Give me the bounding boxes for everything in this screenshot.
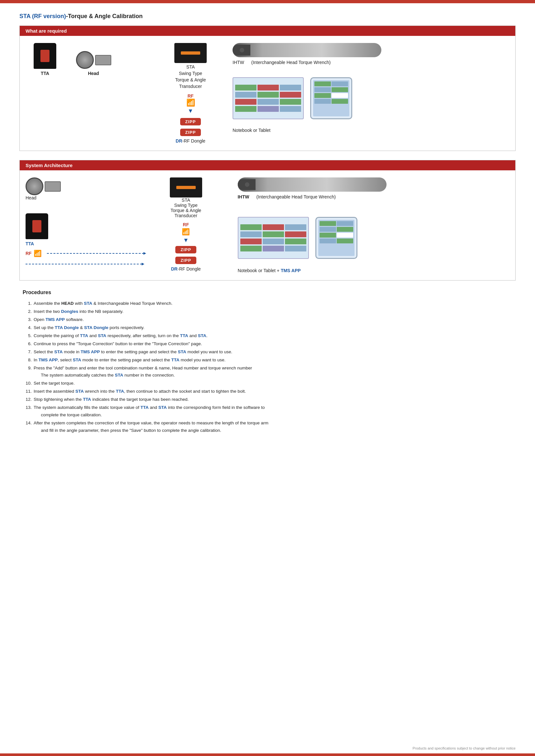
step-7-sta2: STA [178,349,186,354]
page-title: STA (RF version)-Torque & Angle Calibrat… [19,13,516,20]
tta-label: TTA [41,71,49,76]
what-required-title: What are required [26,28,67,34]
sa-ihtw-group: IHTW (Interchangeable Head Torque Wrench… [238,177,386,200]
sa-notebook-icon [238,217,309,259]
step-7-sta: STA [54,349,63,354]
step-6-num: 6. [23,340,32,348]
step-9-num: 9. [23,364,32,379]
title-suffix: Torque & Angle Calibration [68,13,143,19]
step-8-tta: TTA [171,358,180,362]
step-3: 3. Open TMS APP software. [23,316,512,324]
sa-head-rect [44,181,61,192]
dr-dongle-col-war: ZIPP ZIPP DR-RF Dongle [176,117,205,144]
step-11: 11. Insert the assembled STA wrench into… [23,388,512,395]
step-12: 12. Stop tightening when the TTA indicat… [23,396,512,403]
sta-label-war: STA [186,64,195,69]
step-8: 8. In TMS APP, select STA mode to enter … [23,357,512,364]
sa-body: Head TTA RF 📶 [20,170,515,280]
war-head-item: Head [74,51,113,76]
sa-tta-icon [26,213,48,239]
step-7-text: Select the STA mode in TMS APP to enter … [34,348,512,356]
step-2-dongles: Dongles [61,309,78,314]
sa-ihtw-label-row: IHTW (Interchangeable Head Torque Wrench… [238,194,386,200]
step-10-num: 10. [23,380,32,387]
step-2: 2. Insert the two Dongles into the NB se… [23,308,512,315]
procedure-list: 1. Assemble the HEAD with STA & Intercha… [23,300,512,434]
notebook-icon-war [233,77,304,119]
sa-right-col: IHTW (Interchangeable Head Torque Wrench… [238,177,509,273]
sa-tablet-icon [315,217,357,259]
sa-tta-inner [32,220,42,232]
step-1-text: Assemble the HEAD with STA & Interchange… [34,300,512,308]
step-5-num: 5. [23,332,32,340]
ihtw-bar-war [233,43,381,57]
step-11-tta: TTA [116,389,124,394]
sta-icon-box [174,43,207,63]
step-9: 9. Press the "Add" button and enter the … [23,364,512,379]
sa-tms-label: TMS APP [281,268,301,273]
step-12-tta: TTA [83,397,91,402]
step-13-text: The system automatically fills the stati… [34,404,512,419]
ihtw-dot [240,48,244,52]
sa-arrow-right: ► [143,251,147,256]
dr-suffix: -RF Dongle [182,138,205,144]
step-4-tta: TTA Dongle [55,325,79,330]
tablet-icon-war [310,77,352,119]
step-2-num: 2. [23,308,32,315]
ihtw-desc-war: (Interchangeable Head Torque Wrench) [251,60,330,65]
ihtw-label-war: IHTW [233,60,244,65]
rf-block-war: RF 📶 ▼ [186,94,195,114]
sa-ihtw-bar [238,177,386,192]
step-5-tta2: TTA [180,333,188,338]
sa-tta-rf-row: RF 📶 ► [26,250,144,257]
step-13-num: 13. [23,404,32,419]
zipp-badge2-war: ZIPP [180,129,201,136]
procedures-title: Procedures [23,290,512,295]
title-sta-rf: STA (RF version) [19,13,66,19]
sa-sta-icon [170,177,202,198]
sa-title: System Architecture [26,163,72,168]
down-arrow-war: ▼ [187,108,193,114]
dr-text: DR [176,138,182,144]
step-10: 10. Set the target torque. [23,380,512,387]
footer-note: Products and specifications subject to c… [412,746,516,750]
tta-icon [34,43,56,69]
step-4-num: 4. [23,324,32,332]
sta-sublabel3-war: Transducer [179,84,202,89]
step-12-text: Stop tightening when the TTA indicates t… [34,396,512,403]
system-architecture-section: System Architecture Head [19,160,516,281]
step-13: 13. The system automatically fills the s… [23,404,512,419]
step-8-text: In TMS APP, select STA mode to enter the… [34,357,512,364]
step-14-text: After the system completes the correctio… [34,419,512,434]
sa-head-circle [26,177,43,195]
what-required-header: What are required [20,26,515,36]
step-5: 5. Complete the pairing of TTA and STA r… [23,332,512,340]
step-3-num: 3. [23,316,32,324]
war-right: IHTW (Interchangeable Head Torque Wrench… [233,43,509,133]
sa-ihtw-dot [245,182,249,187]
sa-rf1-label: RF [183,222,189,227]
step-14: 14. After the system completes the corre… [23,419,512,434]
step-1-head: HEAD [62,301,74,306]
wifi-symbol-war: 📶 [186,99,195,106]
sa-nb-text: Notebook or Tablet + [238,268,281,273]
head-rect [95,55,111,65]
sa-wifi1: 📶 [182,228,190,236]
sa-dr-dongle-col: ZIPP ZIPP DR-RF Dongle [171,245,201,272]
step-1: 1. Assemble the HEAD with STA & Intercha… [23,300,512,308]
step-9-sta: STA [115,373,123,378]
nb-tablet-label-war: Notebook or Tablet [233,128,270,133]
war-middle: STA Swing Type Torque & Angle Transducer… [158,43,223,144]
sa-head-group: Head [26,177,61,201]
step-1-sta: STA [84,301,92,306]
sa-dashed-right: ► [47,253,144,254]
step-14-num: 14. [23,419,32,434]
sta-stripe [181,51,200,55]
step-3-tms: TMS APP [45,317,65,322]
sa-zipp2: ZIPP [175,256,196,264]
procedures-section: Procedures 1. Assemble the HEAD with STA… [19,290,516,434]
sa-nb-tablet-group [238,217,357,259]
step-6: 6. Continue to press the "Torque Correct… [23,340,512,348]
sa-sta-sub2: Torque & Angle [170,208,201,213]
sa-sta-col: STA Swing Type Torque & Angle Transducer… [157,177,215,272]
